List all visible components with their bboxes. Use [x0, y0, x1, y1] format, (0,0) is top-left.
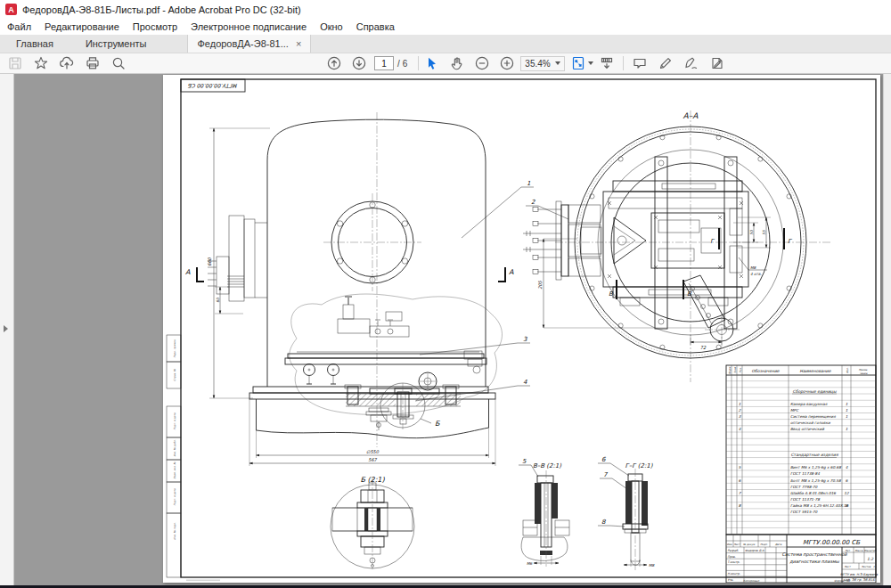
fit-page-caret[interactable] [588, 61, 593, 65]
fit-page-icon[interactable] [570, 55, 586, 71]
svg-text:чание: чание [860, 372, 868, 375]
svg-text:М8: М8 [649, 563, 655, 568]
svg-text:ГОСТ 11371-78: ГОСТ 11371-78 [790, 497, 820, 502]
svg-text:Изм.: Изм. [727, 543, 733, 546]
svg-text:Форм.: Форм. [728, 366, 732, 374]
svg-text:4 отв.: 4 отв. [750, 272, 762, 276]
svg-text:Листов: Листов [862, 565, 871, 568]
product-name-2: диагностики плазмы [789, 559, 839, 564]
sign-icon[interactable] [683, 55, 699, 71]
svg-text:Подп. и дата: Подп. и дата [173, 412, 176, 429]
acrobat-app-icon: A [5, 4, 17, 15]
svg-text:Дата: Дата [775, 543, 782, 546]
svg-text:Гайка М8 х 1,25-6Н.12.40Х.16: Гайка М8 х 1,25-6Н.12.40Х.16 [790, 503, 849, 508]
svg-text:ГОСТ 7798-70: ГОСТ 7798-70 [790, 485, 817, 489]
svg-text:50: 50 [749, 230, 754, 235]
spec-section-units: Сборочные единицы [793, 389, 837, 394]
svg-text:1: 1 [846, 414, 848, 419]
select-arrow-icon[interactable] [424, 55, 440, 71]
side-strip-labels: Перв. примен. Справ. № Подп. и дата Инв.… [173, 339, 176, 539]
svg-text:∅550: ∅550 [366, 449, 380, 454]
zoom-level-dropdown[interactable]: 35.4% [520, 56, 564, 71]
engineering-drawing: МГТУ.00.00.00 СБ Перв. примен. Справ. № … [163, 75, 880, 583]
page-down-icon[interactable] [351, 55, 367, 71]
svg-text:4: 4 [523, 379, 527, 386]
save-icon[interactable] [7, 55, 23, 71]
detail-vv-view: В–В (2:1) 5 М6 [519, 458, 569, 567]
page-up-icon[interactable] [326, 55, 342, 71]
pencil-highlight-icon[interactable] [658, 55, 674, 71]
svg-text:55: 55 [762, 230, 766, 235]
menu-esign[interactable]: Электронное подписание [191, 21, 307, 32]
hand-tool-icon[interactable] [449, 55, 465, 71]
svg-text:Взам. инв. №: Взам. инв. № [173, 461, 176, 478]
svg-text:Т.контр.: Т.контр. [728, 560, 740, 564]
navigation-pane-collapsed[interactable] [0, 74, 14, 585]
page-number-input[interactable]: 1 [374, 56, 394, 70]
spec-headers: Форм. Зона Поз. Обозначение Наименование… [728, 366, 870, 375]
svg-text:Справ. №: Справ. № [173, 369, 176, 381]
zoom-in-icon[interactable] [499, 55, 515, 71]
menu-bar: Файл Редактирование Просмотр Электронное… [0, 19, 891, 35]
spec-table: Форм. Зона Поз. Обозначение Наименование… [726, 365, 876, 535]
vertical-scrollbar[interactable] [883, 74, 891, 585]
svg-text:4: 4 [739, 427, 741, 431]
svg-text:Зона: Зона [733, 367, 737, 373]
svg-text:Наименование: Наименование [800, 369, 831, 373]
svg-text:Лист: Лист [733, 543, 740, 546]
org-line-1: МГТУ им. Н.Э.Баумана [840, 573, 879, 576]
svg-text:Система перемещения: Система перемещения [790, 414, 836, 419]
tab-tools[interactable]: Инструменты [69, 35, 163, 53]
detail-gg-view: Г–Г (2:1) 6 7 8 М8 [598, 456, 655, 570]
side-flange [208, 216, 267, 301]
expand-panel-icon[interactable] [4, 325, 8, 332]
menu-edit[interactable]: Редактирование [45, 21, 119, 32]
menu-window[interactable]: Окно [320, 21, 343, 32]
menu-file[interactable]: Файл [7, 21, 31, 32]
svg-text:7: 7 [603, 471, 609, 478]
corner-stamp: МГТУ.00.00.00 СБ [188, 83, 238, 89]
svg-text:Лист: Лист [844, 565, 850, 568]
section-a-marks: А А [185, 267, 514, 282]
menu-help[interactable]: Справка [356, 21, 395, 32]
svg-text:ГОСТ 5915-70: ГОСТ 5915-70 [790, 510, 817, 514]
scale-value: 1:2 [867, 557, 874, 561]
svg-text:Инв. № дубл.: Инв. № дубл. [173, 439, 176, 456]
section-aa-dims: 205 72 50 55 М8 4 отв. Г Г В [537, 217, 793, 350]
svg-text:567: 567 [368, 457, 377, 462]
print-icon[interactable] [85, 55, 101, 71]
svg-text:Г: Г [788, 238, 793, 245]
tab-close-icon[interactable]: × [296, 38, 301, 49]
breakout-boundary [290, 294, 503, 414]
stamp-tools-icon[interactable] [709, 55, 725, 71]
svg-text:6: 6 [739, 478, 741, 483]
zoom-out-icon[interactable] [474, 55, 490, 71]
svg-text:Лит.: Лит. [845, 549, 851, 552]
svg-text:2: 2 [531, 199, 535, 206]
search-icon[interactable] [110, 55, 127, 71]
share-upload-icon[interactable] [59, 55, 75, 71]
callouts-front: 1 2 3 4 [415, 180, 568, 401]
svg-text:660: 660 [207, 257, 212, 265]
tilted-cylinder [683, 275, 740, 347]
scroll-mode-icon[interactable] [599, 55, 615, 71]
comment-icon[interactable] [632, 55, 648, 71]
tab-document[interactable]: ФедоровДА-Э8-81... × [187, 35, 311, 53]
zoom-level-value: 35.4% [525, 59, 550, 69]
tab-home[interactable]: Главная [0, 35, 69, 53]
svg-text:М6: М6 [527, 561, 533, 566]
menu-view[interactable]: Просмотр [133, 21, 177, 32]
svg-text:2: 2 [739, 408, 741, 412]
star-favorites-icon[interactable] [33, 55, 49, 71]
svg-text:6: 6 [601, 456, 606, 463]
detail-gg-title: Г–Г (2:1) [625, 462, 653, 470]
svg-text:Подп.: Подп. [760, 543, 768, 546]
svg-text:1: 1 [846, 408, 848, 412]
svg-text:Масса: Масса [855, 549, 863, 552]
title-block: МГТУ.00.00.00 СБ Система пространственно… [726, 535, 879, 583]
svg-text:5: 5 [522, 458, 527, 465]
svg-text:Подп. и дата: Подп. и дата [173, 488, 176, 505]
svg-text:60: 60 [216, 298, 220, 303]
svg-text:1: 1 [846, 402, 848, 406]
footer-note-smudge [186, 580, 220, 582]
